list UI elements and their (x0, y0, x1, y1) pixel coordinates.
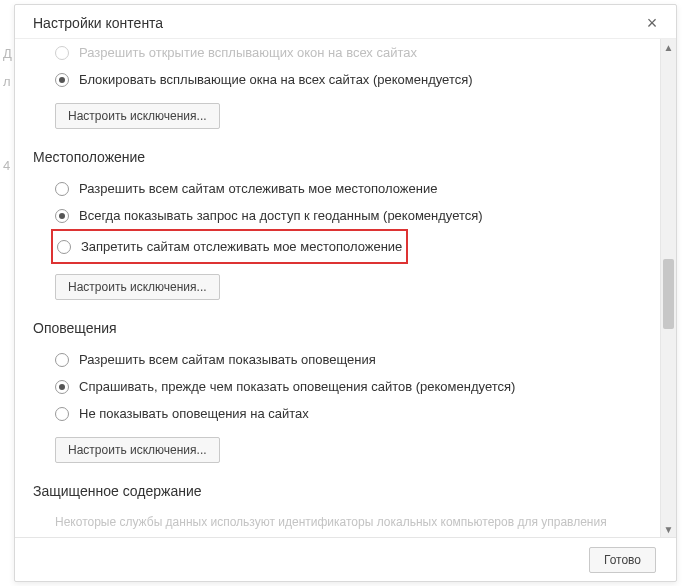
radio-icon (55, 46, 69, 60)
radio-icon (55, 407, 69, 421)
radio-icon (55, 209, 69, 223)
location-allow-option[interactable]: Разрешить всем сайтам отслеживать мое ме… (33, 175, 650, 202)
notifications-manage-exceptions-button[interactable]: Настроить исключения... (55, 437, 220, 463)
scroll-down-icon[interactable]: ▼ (661, 521, 676, 537)
dialog-footer: Готово (15, 537, 676, 581)
radio-label: Разрешить всем сайтам отслеживать мое ме… (79, 181, 437, 196)
close-icon[interactable]: × (642, 14, 662, 32)
radio-label: Всегда показывать запрос на доступ к гео… (79, 208, 483, 223)
background-hint-letters: Дл4 (3, 40, 12, 180)
radio-label: Запретить сайтам отслеживать мое местопо… (81, 239, 402, 254)
notifications-ask-option[interactable]: Спрашивать, прежде чем показать оповещен… (33, 373, 650, 400)
location-block-highlight: Запретить сайтам отслеживать мое местопо… (51, 229, 408, 264)
location-ask-option[interactable]: Всегда показывать запрос на доступ к гео… (33, 202, 650, 229)
popups-allow-option[interactable]: Разрешить открытие всплывающих окон на в… (33, 45, 650, 66)
dialog-title: Настройки контента (33, 15, 163, 31)
scroll-content: Разрешить открытие всплывающих окон на в… (15, 39, 660, 537)
protected-heading: Защищенное содержание (33, 483, 650, 499)
radio-icon (55, 182, 69, 196)
popups-block-option[interactable]: Блокировать всплывающие окна на всех сай… (33, 66, 650, 93)
location-manage-exceptions-button[interactable]: Настроить исключения... (55, 274, 220, 300)
scrollbar-thumb[interactable] (663, 259, 674, 329)
content-settings-dialog: Настройки контента × Разрешить открытие … (14, 4, 677, 582)
radio-icon (55, 380, 69, 394)
protected-description: Некоторые службы данных используют идент… (33, 509, 650, 529)
radio-label: Разрешить всем сайтам показывать оповеще… (79, 352, 376, 367)
radio-icon (57, 240, 71, 254)
radio-icon (55, 353, 69, 367)
location-heading: Местоположение (33, 149, 650, 165)
popups-manage-exceptions-button[interactable]: Настроить исключения... (55, 103, 220, 129)
done-button[interactable]: Готово (589, 547, 656, 573)
radio-label: Спрашивать, прежде чем показать оповещен… (79, 379, 515, 394)
location-block-option[interactable]: Запретить сайтам отслеживать мое местопо… (53, 233, 402, 260)
notifications-heading: Оповещения (33, 320, 650, 336)
scrollbar[interactable]: ▲ ▼ (660, 39, 676, 537)
radio-label: Не показывать оповещения на сайтах (79, 406, 309, 421)
dialog-header: Настройки контента × (15, 5, 676, 39)
dialog-body: Разрешить открытие всплывающих окон на в… (15, 39, 676, 537)
notifications-block-option[interactable]: Не показывать оповещения на сайтах (33, 400, 650, 427)
scroll-up-icon[interactable]: ▲ (661, 39, 676, 55)
radio-label: Разрешить открытие всплывающих окон на в… (79, 45, 417, 60)
radio-label: Блокировать всплывающие окна на всех сай… (79, 72, 473, 87)
notifications-allow-option[interactable]: Разрешить всем сайтам показывать оповеще… (33, 346, 650, 373)
radio-icon (55, 73, 69, 87)
